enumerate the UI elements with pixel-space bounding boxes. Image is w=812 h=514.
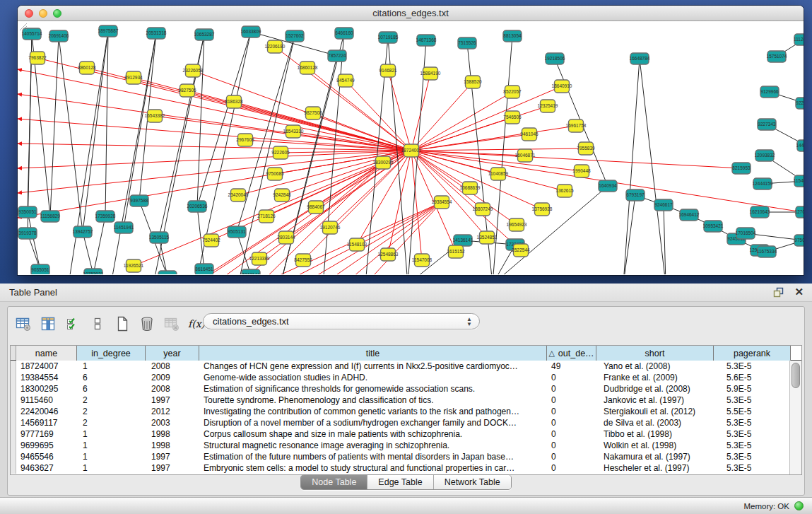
citation-network-graph[interactable]: 1405571420691406189758872053131810653287… [18, 21, 804, 274]
table-cell[interactable]: 18724007 [16, 361, 77, 372]
table-cell[interactable]: Changes of HCN gene expression and I(f) … [199, 361, 547, 372]
column-header-pagerank[interactable]: pagerank [714, 346, 791, 361]
table-cell[interactable]: 9115460 [16, 395, 77, 406]
table-cell[interactable]: 1 [77, 451, 146, 462]
table-cell[interactable]: 49 [547, 361, 596, 372]
network-window-titlebar[interactable]: citations_edges.txt [18, 6, 804, 21]
table-cell[interactable]: 5.6E-5 [714, 372, 791, 383]
table-row[interactable]: 911546021997Tourette syndrome. Phenomeno… [11, 395, 801, 406]
table-cell[interactable]: 1 [77, 361, 146, 372]
table-cell[interactable]: Yano et al. (2008) [596, 361, 714, 372]
table-cell[interactable]: 0 [547, 417, 596, 428]
table-cell[interactable]: 5.9E-5 [714, 383, 791, 395]
table-cell[interactable]: 2003 [146, 417, 199, 428]
delete-column-button[interactable] [139, 315, 155, 332]
table-cell[interactable]: 22420046 [16, 406, 77, 417]
table-row[interactable]: 2242004622012Investigating the contribut… [11, 406, 801, 417]
citation-edge-black[interactable] [664, 205, 666, 274]
table-cell[interactable]: 2012 [146, 406, 199, 417]
table-cell[interactable]: Dudbridge et al. (2008) [596, 383, 714, 395]
table-cell[interactable]: 0 [547, 383, 596, 395]
table-cell[interactable]: 1997 [146, 395, 199, 406]
column-header-year[interactable]: year [146, 346, 199, 361]
column-header-name[interactable]: name [16, 346, 77, 361]
table-cell[interactable]: 0 [547, 451, 596, 462]
table-cell[interactable]: Nakamura et al. (1997) [596, 451, 714, 462]
table-cell[interactable]: 5.3E-5 [714, 440, 791, 451]
table-row[interactable]: 946554611997Estimation of the future num… [11, 451, 801, 462]
table-cell[interactable]: 2 [77, 417, 146, 428]
citation-edge-red[interactable] [411, 151, 470, 188]
tab-node-table[interactable]: Node Table [301, 475, 367, 489]
table-cell[interactable]: 5.3E-5 [714, 451, 791, 462]
citation-edge-black[interactable] [83, 232, 93, 274]
table-cell[interactable]: 19384554 [16, 372, 77, 383]
scrollbar-thumb[interactable] [792, 363, 800, 388]
table-cell[interactable]: 6 [77, 372, 146, 383]
function-builder-button[interactable]: f(x) [188, 315, 205, 332]
select-rows-button[interactable] [64, 315, 81, 332]
table-cell[interactable]: Tourette syndrome. Phenomenology and cla… [199, 395, 547, 406]
resize-grip-icon[interactable] [18, 21, 28, 31]
table-cell[interactable]: Jankovic et al. (1997) [596, 395, 714, 406]
citation-edge-red[interactable] [411, 148, 586, 151]
table-cell[interactable]: 0 [547, 395, 596, 406]
table-cell[interactable]: 0 [547, 440, 596, 451]
table-cell[interactable]: 0 [547, 372, 596, 383]
citation-edge-red[interactable] [18, 151, 411, 193]
close-panel-icon[interactable]: ✕ [794, 286, 804, 298]
table-cell[interactable]: 5.3E-5 [714, 417, 791, 428]
table-cell[interactable]: 2009 [146, 372, 199, 383]
row-height-button[interactable] [89, 315, 106, 332]
table-cell[interactable]: 1998 [146, 440, 199, 451]
show-column-button[interactable] [40, 315, 57, 332]
table-cell[interactable]: Corpus callosum shape and size in male p… [199, 428, 547, 440]
table-cell[interactable]: 0 [547, 406, 596, 417]
table-cell[interactable]: Genome-wide association studies in ADHD. [199, 372, 547, 383]
table-cell[interactable]: 5.3E-5 [714, 428, 791, 440]
tab-edge-table[interactable]: Edge Table [367, 475, 433, 489]
table-mode-button[interactable] [15, 315, 32, 332]
table-cell[interactable]: 9465546 [16, 451, 77, 462]
table-cell[interactable]: 5.3E-5 [714, 361, 791, 372]
table-cell[interactable]: 14569117 [16, 417, 77, 428]
column-header-in_degree[interactable]: in_degree [77, 346, 146, 361]
table-row[interactable]: 969969511998Structural magnetic resonanc… [11, 440, 801, 451]
column-header-out_de[interactable]: △out_de… [547, 346, 596, 361]
table-cell[interactable]: Tibbo et al. (1998) [596, 428, 714, 440]
citation-edge-black[interactable] [640, 59, 666, 274]
citation-edge-red[interactable] [365, 202, 442, 274]
float-panel-icon[interactable] [773, 287, 784, 298]
citation-edge-red[interactable] [411, 134, 529, 151]
table-cell[interactable]: 18300295 [16, 383, 77, 395]
citation-edge-red[interactable] [411, 86, 562, 151]
citation-edge-black[interactable] [105, 31, 108, 216]
table-cell[interactable]: 1997 [146, 451, 199, 462]
table-row[interactable]: 977716911998Corpus callosum shape and si… [11, 428, 801, 440]
new-column-button[interactable] [114, 315, 131, 332]
table-cell[interactable]: de Silva et al. (2003) [596, 417, 714, 428]
table-cell[interactable]: Investigating the contribution of common… [199, 406, 547, 417]
table-cell[interactable]: Franke et al. (2009) [596, 372, 714, 383]
column-header-short[interactable]: short [596, 346, 714, 361]
delete-table-button[interactable] [163, 315, 180, 332]
citation-edge-black[interactable] [623, 59, 640, 274]
table-row[interactable]: 1938455462009Genome-wide association stu… [11, 372, 801, 383]
network-canvas[interactable]: 1405571420691406189758872053131810653287… [18, 21, 804, 274]
table-cell[interactable]: Estimation of the future numbers of pati… [199, 451, 547, 462]
table-cell[interactable]: Wolkin et al. (1998) [596, 440, 714, 451]
vertical-scrollbar[interactable] [789, 361, 801, 474]
table-row[interactable]: 1830029562008Estimation of significance … [11, 383, 801, 395]
table-cell[interactable]: 9777169 [16, 428, 77, 440]
citation-edge-black[interactable] [28, 212, 40, 270]
table-cell[interactable]: 5.3E-5 [714, 395, 791, 406]
table-cell[interactable]: 6 [77, 383, 146, 395]
citation-edge-black[interactable] [197, 32, 251, 206]
table-cell[interactable]: 0 [547, 428, 596, 440]
citation-edge-black[interactable] [93, 216, 105, 274]
close-window-icon[interactable] [25, 9, 33, 18]
zoom-window-icon[interactable] [53, 9, 61, 18]
table-cell[interactable]: 1 [77, 428, 146, 440]
minimize-window-icon[interactable] [39, 9, 47, 18]
table-cell[interactable]: 5.5E-5 [714, 406, 791, 417]
